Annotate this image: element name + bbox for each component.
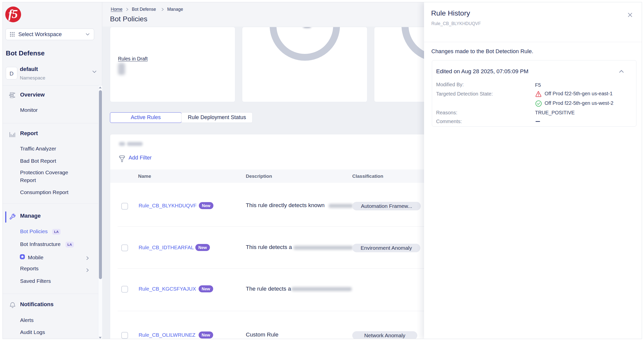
svg-text:f5: f5 — [8, 7, 18, 21]
